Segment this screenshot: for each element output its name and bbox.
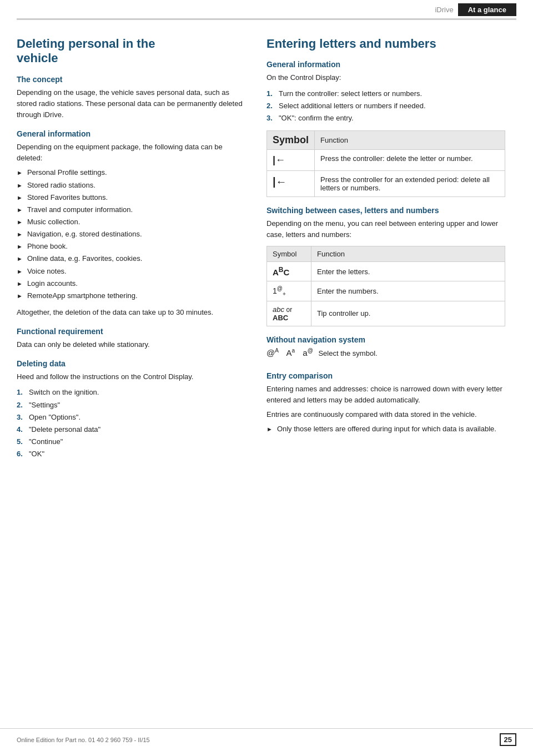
cases-table: Symbol Function ABC Enter the letters. 1… <box>266 246 505 326</box>
page-footer: Online Edition for Part no. 01 40 2 960 … <box>0 728 533 746</box>
without-nav-title: Without navigation system <box>266 335 505 344</box>
total-time-text: Altogether, the deletion of the data can… <box>17 307 250 318</box>
right-general-info-title: General information <box>266 60 505 69</box>
list-item: 6."OK" <box>17 448 250 460</box>
left-column: Deleting personal in the vehicle The con… <box>17 37 250 461</box>
bullet-arrow-icon: ► <box>17 168 23 178</box>
list-item: 1.Switch on the ignition. <box>17 387 250 398</box>
table-header-symbol: Symbol <box>267 246 311 262</box>
list-item: ►Online data, e.g. Favorites, cookies. <box>17 253 250 264</box>
list-item: ►Login accounts. <box>17 278 250 289</box>
header-tab-label: At a glance <box>458 3 516 16</box>
func-req-title: Functional requirement <box>17 327 250 336</box>
table-header-function: Function <box>315 130 505 149</box>
table-cell-symbol: |← <box>267 149 315 170</box>
table-cell-function: Enter the letters. <box>311 262 505 281</box>
table-row: 1@+ Enter the numbers. <box>267 281 505 301</box>
bullet-arrow-icon: ► <box>17 218 23 227</box>
list-item: 2.Select additional letters or numbers i… <box>266 100 505 112</box>
switching-title: Switching between cases, letters and num… <box>266 206 505 215</box>
list-item: ►Navigation, e.g. stored destinations. <box>17 229 250 240</box>
bullet-arrow-icon: ► <box>17 230 23 239</box>
table-cell-function: Tip controller up. <box>311 301 505 326</box>
header-idrive-label: iDrive <box>435 6 453 14</box>
table-row: |← Press the controller for an extended … <box>267 170 505 196</box>
footer-text: Online Edition for Part no. 01 40 2 960 … <box>17 737 150 743</box>
entry-comparison-text2: Entries are continuously compared with d… <box>266 409 505 420</box>
list-item: ►Personal Profile settings. <box>17 167 250 178</box>
func-req-text: Data can only be deleted while stationar… <box>17 339 250 350</box>
concept-title: The concept <box>17 75 250 84</box>
entry-comparison-bullet: Only those letters are offered during in… <box>277 424 496 435</box>
symbol-table-1: Symbol Function |← Press the controller:… <box>266 130 505 197</box>
table-cell-function: Press the controller for an extended per… <box>315 170 505 196</box>
bullet-arrow-icon: ► <box>17 242 23 251</box>
table-cell-function: Enter the numbers. <box>311 281 505 301</box>
table-cell-symbol: ABC <box>267 262 311 281</box>
table-row: abc or ABC Tip controller up. <box>267 301 505 326</box>
page-number: 25 <box>500 733 516 746</box>
deleting-data-title: Deleting data <box>17 359 250 368</box>
bullet-arrow-icon: ► <box>17 254 23 264</box>
steps-list: 1.Switch on the ignition. 2."Settings" 3… <box>17 387 250 460</box>
list-item: 3.Open "Options". <box>17 412 250 423</box>
list-item: 4."Delete personal data" <box>17 424 250 435</box>
table-cell-function: Press the controller: delete the letter … <box>315 149 505 170</box>
bullet-arrow-icon: ► <box>17 267 23 276</box>
list-item: ►Music collection. <box>17 216 250 228</box>
right-main-title: Entering letters and numbers <box>266 37 505 51</box>
bullet-arrow-icon: ► <box>266 425 273 434</box>
table-cell-symbol: abc or ABC <box>267 301 311 326</box>
list-item: 3."OK": confirm the entry. <box>266 113 505 124</box>
switching-text: Depending on the menu, you can reel betw… <box>266 218 505 240</box>
list-item: ►RemoteApp smartphone tethering. <box>17 290 250 301</box>
list-item: 5."Continue" <box>17 436 250 447</box>
list-item: ►Voice notes. <box>17 266 250 277</box>
page-header: iDrive At a glance <box>17 0 516 19</box>
table-header-function: Function <box>311 246 505 262</box>
list-item: ►Stored Favorites buttons. <box>17 192 250 203</box>
list-item: 1.Turn the controller: select letters or… <box>266 88 505 99</box>
right-steps-list: 1.Turn the controller: select letters or… <box>266 88 505 124</box>
bullet-arrow-icon: ► <box>17 291 23 301</box>
list-item: ► Only those letters are offered during … <box>266 424 505 435</box>
bullet-arrow-icon: ► <box>17 181 23 190</box>
left-general-info-text: Depending on the equipment package, the … <box>17 142 250 164</box>
bullet-arrow-icon: ► <box>17 205 23 215</box>
left-general-info-title: General information <box>17 129 250 138</box>
entry-comparison-title: Entry comparison <box>266 371 505 380</box>
list-item: ►Travel and computer information. <box>17 204 250 215</box>
table-row: |← Press the controller: delete the lett… <box>267 149 505 170</box>
nav-symbols: @A Aa a@ Select the symbol. <box>266 347 505 362</box>
list-item: ►Phone book. <box>17 241 250 252</box>
table-header-symbol: Symbol <box>267 130 315 149</box>
bullet-arrow-icon: ► <box>17 193 23 203</box>
table-row: ABC Enter the letters. <box>267 262 505 281</box>
entry-comparison-bullets: ► Only those letters are offered during … <box>266 424 505 435</box>
table-cell-symbol: |← <box>267 170 315 196</box>
right-general-info-text: On the Control Display: <box>266 72 505 83</box>
left-main-title: Deleting personal in the vehicle <box>17 37 250 66</box>
concept-text: Depending on the usage, the vehicle save… <box>17 87 250 120</box>
table-cell-symbol: 1@+ <box>267 281 311 301</box>
bullet-list: ►Personal Profile settings. ►Stored radi… <box>17 167 250 301</box>
list-item: 2."Settings" <box>17 400 250 411</box>
entry-comparison-text1: Entering names and addresses: choice is … <box>266 384 505 406</box>
right-column: Entering letters and numbers General inf… <box>266 37 505 461</box>
deleting-data-text: Heed and follow the instructions on the … <box>17 371 250 382</box>
list-item: ►Stored radio stations. <box>17 180 250 191</box>
bullet-arrow-icon: ► <box>17 279 23 289</box>
main-content: Deleting personal in the vehicle The con… <box>0 20 533 483</box>
